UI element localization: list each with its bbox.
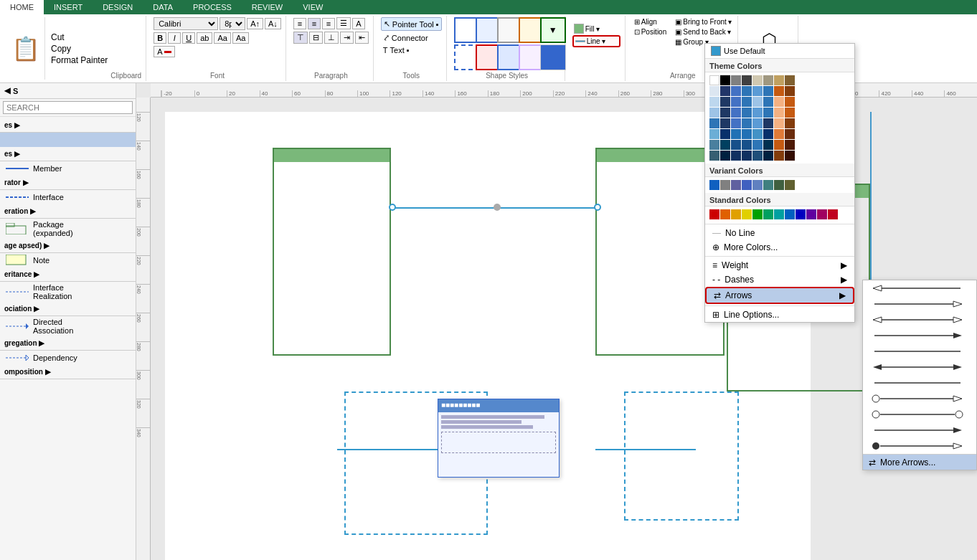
dashes-item[interactable]: - - Dashes ▶ xyxy=(705,272,854,287)
no-line-item[interactable]: — No Line xyxy=(705,226,854,240)
arrow-item-11[interactable] xyxy=(863,438,976,454)
std-color-magenta[interactable] xyxy=(817,209,827,219)
color-tan[interactable] xyxy=(752,75,763,85)
color-dk-blue8[interactable] xyxy=(763,140,773,150)
arrow-item-4[interactable] xyxy=(863,328,976,343)
sidebar-section-age[interactable]: age apsed) ▶ xyxy=(0,239,136,253)
sidebar-section-es2[interactable]: es ▶ xyxy=(0,147,136,161)
color-lt-blue1[interactable] xyxy=(709,86,719,96)
color-blue9[interactable] xyxy=(742,108,752,118)
bold-button[interactable]: B xyxy=(154,32,166,44)
color-dk-blue9[interactable] xyxy=(720,151,730,161)
align-left-button[interactable]: ≡ xyxy=(293,18,306,29)
tab-design[interactable]: DESIGN xyxy=(93,0,143,14)
format-painter-button[interactable]: Format Painter xyxy=(48,54,110,66)
font-case-button[interactable]: Aa xyxy=(214,32,230,44)
line-options-item[interactable]: ⊞ Line Options... xyxy=(705,308,854,322)
color-dk-blue10[interactable] xyxy=(752,151,763,161)
tab-process[interactable]: PROCESS xyxy=(183,0,242,14)
variant-color-7[interactable] xyxy=(774,180,784,190)
color-dk-blue2[interactable] xyxy=(720,97,730,107)
std-color-dk-blue[interactable] xyxy=(796,209,806,219)
color-blue22[interactable] xyxy=(731,151,741,161)
color-dk-blue11[interactable] xyxy=(763,151,773,161)
shape-style-10[interactable] xyxy=(540,44,566,70)
arrow-item-9[interactable] xyxy=(863,407,976,422)
color-blue19[interactable] xyxy=(731,140,741,150)
color-blue3[interactable] xyxy=(752,86,763,96)
connector-button[interactable]: ⤤ Connector xyxy=(381,32,430,44)
strikethrough-button[interactable]: ab xyxy=(197,32,212,44)
font-color-button[interactable]: A xyxy=(154,46,174,57)
sidebar-section-es[interactable]: es ▶ xyxy=(0,118,136,133)
variant-color-5[interactable] xyxy=(752,180,763,190)
std-color-yellow[interactable] xyxy=(742,209,752,219)
color-dk-blue7[interactable] xyxy=(763,129,773,139)
std-color-cyan[interactable] xyxy=(774,209,784,219)
color-blue1[interactable] xyxy=(731,86,741,96)
color-white[interactable] xyxy=(709,75,719,85)
color-dk-blue5[interactable] xyxy=(763,118,773,128)
align-mid-button[interactable]: ⊟ xyxy=(309,32,323,44)
color-blue10[interactable] xyxy=(752,108,763,118)
color-orange3[interactable] xyxy=(785,108,795,118)
tab-home[interactable]: HOME xyxy=(0,0,44,14)
align-bottom-button[interactable]: ⊥ xyxy=(324,32,339,44)
color-lt-blue3[interactable] xyxy=(752,97,763,107)
text-button[interactable]: T Text ▪ xyxy=(381,44,412,56)
font-case2-button[interactable]: Aa xyxy=(232,32,249,44)
sidebar-item-selected[interactable] xyxy=(0,133,136,147)
color-peach2[interactable] xyxy=(774,108,784,118)
std-color-teal[interactable] xyxy=(763,209,773,219)
color-blue6[interactable] xyxy=(742,97,752,107)
std-color-orange[interactable] xyxy=(720,209,730,219)
underline-button[interactable]: U xyxy=(182,32,195,44)
dashed-box-2[interactable] xyxy=(624,391,739,521)
color-orange2[interactable] xyxy=(785,97,795,107)
std-color-green[interactable] xyxy=(752,209,763,219)
paste-button[interactable]: 📋 xyxy=(7,34,44,64)
indent-more-button[interactable]: ⇥ xyxy=(340,32,354,44)
std-color-blue[interactable] xyxy=(785,209,795,219)
more-colors-item[interactable]: ⊕ More Colors... xyxy=(705,240,854,255)
tab-review[interactable]: REVIEW xyxy=(242,0,293,14)
sidebar-section-eration[interactable]: eration ▶ xyxy=(0,204,136,219)
variant-color-2[interactable] xyxy=(720,180,730,190)
uml-box-1[interactable] xyxy=(273,148,391,356)
align-top-button[interactable]: ⊤ xyxy=(293,32,308,44)
color-dark-gray[interactable] xyxy=(742,75,752,85)
sidebar-item-interface-realization[interactable]: Interface Realization xyxy=(0,282,136,302)
color-dk-peach[interactable] xyxy=(774,129,784,139)
color-lt-blue4[interactable] xyxy=(709,108,719,118)
color-blue5[interactable] xyxy=(731,97,741,107)
sidebar-item-note[interactable]: Note xyxy=(0,253,136,267)
sidebar-item-package[interactable]: Package (expanded) xyxy=(0,219,136,239)
sidebar-item-member[interactable]: Member xyxy=(0,161,136,176)
tab-data[interactable]: DATA xyxy=(143,0,183,14)
shape-style-5[interactable]: ▼ xyxy=(540,17,566,43)
color-blue20[interactable] xyxy=(742,140,752,150)
color-blue4[interactable] xyxy=(763,86,773,96)
color-blue8[interactable] xyxy=(731,108,741,118)
arrow-item-6[interactable] xyxy=(863,359,976,375)
color-blue13[interactable] xyxy=(731,118,741,128)
color-lt-blue2[interactable] xyxy=(709,97,719,107)
cut-button[interactable]: Cut xyxy=(48,32,110,43)
color-blue21[interactable] xyxy=(752,140,763,150)
use-default-item[interactable]: Use Default xyxy=(705,44,854,59)
color-peach[interactable] xyxy=(774,97,784,107)
position-button[interactable]: ⊡ Position xyxy=(633,27,669,37)
tab-insert[interactable]: INSERT xyxy=(44,0,93,14)
color-dk-orange2[interactable] xyxy=(785,118,795,128)
copy-button[interactable]: Copy xyxy=(48,43,110,54)
font-decrease-button[interactable]: A↓ xyxy=(265,18,281,29)
sidebar-header[interactable]: ◀ S xyxy=(0,83,136,99)
color-peach3[interactable] xyxy=(774,118,784,128)
more-arrows-item[interactable]: ⇄ More Arrows... xyxy=(863,454,976,470)
color-dk-brown[interactable] xyxy=(785,151,795,161)
arrow-item-7[interactable] xyxy=(863,375,976,391)
std-color-crimson[interactable] xyxy=(828,209,838,219)
color-gold[interactable] xyxy=(774,75,784,85)
color-dk-blue1[interactable] xyxy=(720,86,730,96)
variant-color-3[interactable] xyxy=(731,180,741,190)
